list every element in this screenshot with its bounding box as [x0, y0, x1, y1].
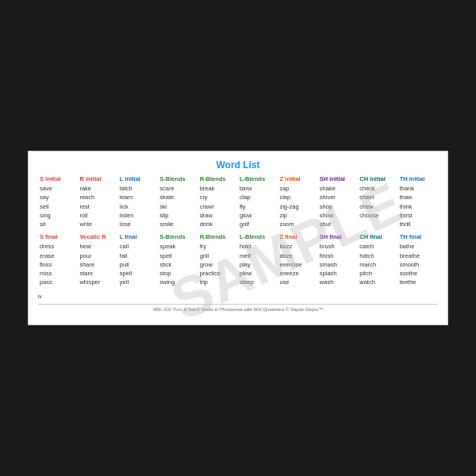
- word-list-card: Word List S initial save say sell sing s…: [28, 151, 448, 325]
- header-vocalic-r: Vocalic R: [79, 233, 116, 240]
- header-l-blends-1: L-Blends: [240, 175, 276, 182]
- col-r-blends: R-Blends break cry crawl draw drink R-Bl…: [198, 175, 238, 287]
- col-s: S initial save say sell sing sit S final…: [38, 175, 78, 287]
- columns-wrapper: S initial save say sell sing sit S final…: [38, 175, 438, 287]
- header-r-blends-2: R-Blends: [200, 233, 236, 240]
- col-l: L initial latch learn lick listen lose L…: [118, 175, 158, 287]
- col-l-blends: L-Blends blow clap fly glow golf L-Blend…: [238, 175, 278, 287]
- header-l-blends-2: L-Blends: [240, 233, 276, 240]
- header-s-initial: S initial: [40, 175, 76, 182]
- header-s-blends-1: S-Blends: [159, 175, 196, 182]
- header-s-final: S final: [40, 233, 76, 240]
- card-title: Word List: [38, 159, 438, 171]
- col-z: Z initial zap clap zig-zag zip zoom Z fi…: [278, 175, 317, 287]
- header-th-final: TH final: [400, 233, 436, 240]
- header-z-final: Z final: [279, 233, 316, 240]
- footer-text: #BK-302 Turn & Talk® Verbs in Phonemes w…: [38, 304, 438, 312]
- col-s-blends: S-Blends scare skate ski slip smile S-Bl…: [158, 175, 198, 287]
- header-ch-final: CH final: [359, 233, 396, 240]
- col-sh: SH initial shake shiver shop show shut S…: [318, 175, 358, 287]
- header-sh-final: SH final: [320, 233, 356, 240]
- col-ch: CH initial check cheer chew choose CH fi…: [358, 175, 397, 287]
- header-sh-initial: SH initial: [320, 175, 356, 182]
- header-l-initial: L initial: [120, 175, 156, 182]
- header-l-final: L final: [120, 233, 156, 240]
- page-number: iv: [38, 294, 42, 299]
- header-r-blends-1: R-Blends: [200, 175, 236, 182]
- header-s-blends-2: S-Blends: [159, 233, 196, 240]
- header-z-initial: Z initial: [279, 175, 316, 182]
- header-ch-initial: CH initial: [359, 175, 396, 182]
- header-th-initial: TH initial: [400, 175, 436, 182]
- header-r-initial: R initial: [79, 175, 116, 182]
- col-r: R initial rake reach rest roll write Voc…: [78, 175, 117, 287]
- col-th: TH initial thank thaw think thirst thril…: [398, 175, 438, 287]
